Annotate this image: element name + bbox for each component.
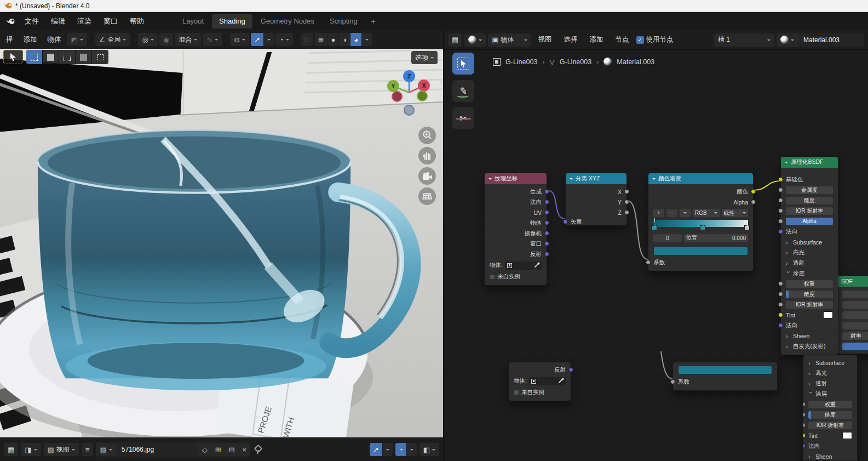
node-principled-bsdf-2[interactable]: ›Subsurface ›高光 ›透射 ›涂层 权重 糙度 IOR 折射率 Ti…	[803, 355, 858, 461]
coat-normal-row[interactable]: 法向	[781, 320, 838, 331]
viewport-canvas[interactable]: PROJE WITH	[0, 49, 443, 437]
image-overlay-dropdown[interactable]	[407, 443, 417, 456]
breadcrumb-mesh[interactable]: G-Line003	[560, 58, 591, 66]
ramp-interpolation-dropdown[interactable]: 线性	[722, 209, 749, 217]
node-menu-view[interactable]: 视图	[533, 33, 557, 47]
node-menu-add[interactable]: 添加	[585, 33, 608, 47]
image-view-dropdown[interactable]: ▨视图	[44, 443, 79, 456]
ramp-stop-2[interactable]	[744, 225, 750, 230]
browse-material-dropdown[interactable]	[777, 33, 798, 47]
zoom-button[interactable]	[418, 127, 436, 144]
roughness-slider[interactable]: 糙度	[781, 195, 838, 206]
node-principled-bsdf[interactable]: 原理化BSDF 基础色 金属度 糙度 IOR 折射率 Alpha 法向 ›Sub…	[780, 156, 838, 355]
select-mode-invert[interactable]	[76, 50, 92, 64]
ramp-position-slider[interactable]: 位置0.000	[684, 234, 748, 242]
menu-window[interactable]: 窗口	[97, 14, 124, 29]
socket-generated[interactable]: 生成	[485, 186, 547, 197]
pan-button[interactable]	[418, 147, 436, 164]
socket-base-color[interactable]: 基础色	[781, 174, 838, 185]
panel-sheen[interactable]: ›Sheen	[803, 451, 857, 461]
socket-reflection[interactable]: 反射	[509, 365, 571, 375]
menu-render[interactable]: 渲染	[71, 14, 97, 29]
transform-orientation-dropdown[interactable]: ∠全局	[95, 33, 130, 46]
coat-tint-row[interactable]: Tint	[803, 430, 857, 441]
panel-specular[interactable]: ›高光	[781, 247, 838, 258]
panel-coat[interactable]: ›涂层	[803, 389, 857, 399]
tweak-tool-button[interactable]	[3, 50, 23, 64]
editor-type-button[interactable]: ▦	[448, 33, 462, 47]
coat-ior-slider[interactable]: IOR 折射率	[803, 420, 857, 430]
socket-alpha-out[interactable]: Alpha	[648, 197, 753, 207]
gizmo-axis-z[interactable]: Z	[403, 70, 415, 82]
breadcrumb-object[interactable]: G-Line003	[505, 58, 537, 66]
image-gizmo-dropdown[interactable]	[383, 443, 393, 456]
viewport-menu-object[interactable]: 物体	[43, 33, 66, 47]
object-selector[interactable]	[529, 377, 566, 385]
ramp-index-field[interactable]: 0	[653, 234, 682, 242]
coat-weight-slider[interactable]: 权重	[781, 278, 838, 289]
image-mode-dropdown[interactable]: ◨	[21, 443, 41, 456]
coat-weight-slider[interactable]: 权重	[803, 399, 857, 409]
ramp-gradient-bar[interactable]	[653, 220, 748, 227]
from-instancer-checkbox[interactable]	[514, 390, 519, 395]
ior-slider[interactable]: IOR 折射率	[781, 206, 838, 216]
orthographic-toggle-button[interactable]	[418, 187, 436, 205]
socket-x[interactable]: X	[566, 186, 626, 197]
shading-dropdown[interactable]	[362, 33, 372, 46]
panel-specular[interactable]: ›高光	[803, 368, 857, 378]
coat-tint-swatch[interactable]	[823, 311, 833, 318]
coat-roughness-slider[interactable]: 糙度	[803, 409, 857, 420]
select-mode-subtract[interactable]	[59, 50, 76, 64]
region-collapse-arrow[interactable]: ‹	[440, 77, 442, 86]
socket-window[interactable]: 窗口	[485, 238, 547, 249]
panel-subsurface[interactable]: ›Subsurface	[781, 237, 838, 247]
tab-geometry-nodes[interactable]: Geometry Nodes	[254, 14, 321, 29]
node-principled-bsdf-fragment[interactable]: SDF 射率	[837, 275, 868, 354]
tab-shading[interactable]: Shading	[212, 14, 252, 29]
alpha-slider[interactable]: Alpha	[781, 216, 838, 226]
unlink-image-button[interactable]: ×	[239, 443, 251, 456]
panel-subsurface[interactable]: ›Subsurface	[803, 357, 857, 368]
panel-emission[interactable]: ›自发光(发射)	[781, 341, 838, 351]
annotate-tool[interactable]: ✎	[452, 80, 474, 102]
breadcrumb-material[interactable]: Material.003	[617, 58, 654, 66]
socket-normal[interactable]: 法向	[781, 226, 838, 237]
add-workspace-button[interactable]: +	[366, 15, 381, 28]
node-menu-select[interactable]: 选择	[559, 33, 583, 47]
blender-menu-icon[interactable]	[4, 16, 16, 26]
coat-tint-swatch[interactable]	[842, 432, 852, 439]
use-nodes-checkbox[interactable]	[636, 36, 644, 44]
node-texture-coordinate-2[interactable]: 反射 物体: 来自实例	[508, 362, 571, 401]
snap-dropdown[interactable]: ◎	[138, 33, 157, 46]
coat-ior-slider[interactable]: IOR 折射率	[781, 299, 838, 310]
socket-color[interactable]: 颜色	[648, 186, 753, 197]
shader-type-dropdown[interactable]	[464, 33, 486, 47]
gizmo-dropdown[interactable]	[264, 33, 274, 46]
gizmo-axis-x[interactable]: X	[418, 79, 430, 92]
ramp-add-button[interactable]: +	[653, 209, 664, 217]
shading-wireframe-button[interactable]: ⊕	[315, 33, 328, 46]
select-mode-extend[interactable]	[43, 50, 59, 64]
node-texture-coordinate[interactable]: 纹理坐标 生成 法向 UV 物体 摄像机 窗口 反射 物体: 来自实例	[484, 173, 547, 286]
coat-normal-row[interactable]: 法向	[803, 441, 857, 451]
ramp-stop-0[interactable]	[652, 225, 657, 230]
ramp-tools-dropdown[interactable]	[680, 209, 691, 217]
ramp-color-swatch[interactable]	[653, 247, 748, 255]
socket-reflection[interactable]: 反射	[485, 249, 547, 259]
panel-coat[interactable]: ›涂层	[781, 268, 838, 278]
shading-material-button[interactable]: ◑	[339, 33, 350, 46]
node-menu-node[interactable]: 节点	[611, 33, 634, 47]
image-overlay-toggle[interactable]: ◔	[395, 443, 407, 456]
socket-object[interactable]: 物体	[485, 218, 547, 228]
tab-scripting[interactable]: Scripting	[323, 14, 365, 29]
gizmo-axis-y[interactable]: Y	[387, 80, 399, 92]
image-gizmo-toggle[interactable]: ↗	[370, 443, 383, 456]
select-mode-intersect[interactable]	[92, 50, 108, 64]
tab-layout[interactable]: Layout	[175, 14, 211, 29]
menu-help[interactable]: 帮助	[124, 14, 150, 29]
navigation-gizmo[interactable]: Z Y X	[383, 70, 435, 122]
links-cut-tool[interactable]: ✂	[452, 107, 474, 129]
visibility-dropdown[interactable]: ⊙	[230, 33, 249, 46]
image-display-dropdown[interactable]: ◧	[419, 443, 439, 456]
select-mode-new[interactable]	[26, 50, 43, 64]
